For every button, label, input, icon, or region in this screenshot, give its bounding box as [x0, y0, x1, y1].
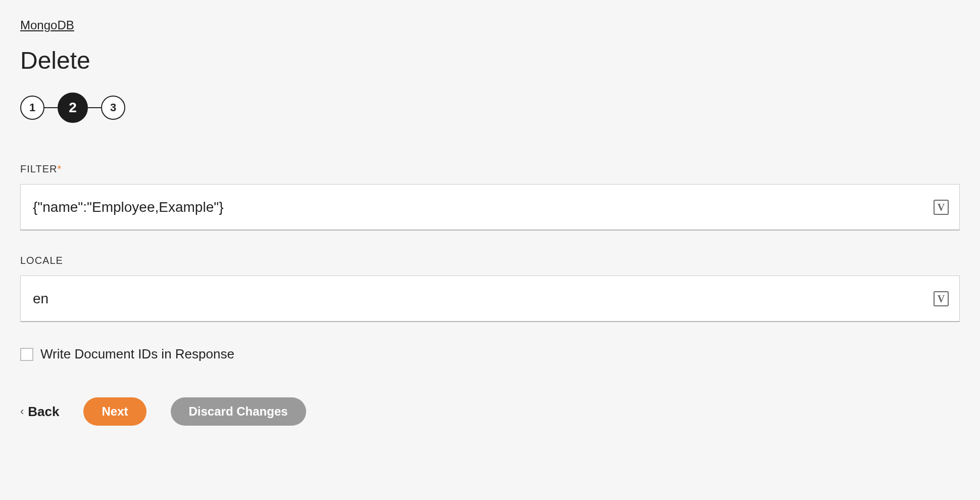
step-2[interactable]: 2	[58, 93, 88, 123]
next-button[interactable]: Next	[83, 397, 146, 426]
filter-label-text: FILTER	[20, 163, 57, 174]
step-3[interactable]: 3	[101, 96, 125, 120]
back-button[interactable]: ‹ Back	[20, 404, 59, 420]
filter-input[interactable]	[20, 184, 960, 231]
write-ids-checkbox[interactable]	[20, 348, 33, 361]
write-ids-label: Write Document IDs in Response	[40, 346, 234, 362]
required-star-icon: *	[57, 163, 62, 174]
locale-group: LOCALE V	[20, 255, 960, 322]
locale-input[interactable]	[20, 276, 960, 322]
variable-picker-icon[interactable]: V	[934, 291, 949, 306]
back-button-label: Back	[28, 404, 59, 420]
filter-group: FILTER* V	[20, 163, 960, 231]
button-row: ‹ Back Next Discard Changes	[20, 397, 960, 426]
page-title: Delete	[20, 47, 960, 74]
step-connector	[88, 107, 101, 108]
step-1[interactable]: 1	[20, 96, 44, 120]
locale-label: LOCALE	[20, 255, 960, 266]
breadcrumb-mongodb[interactable]: MongoDB	[20, 18, 74, 32]
write-ids-row: Write Document IDs in Response	[20, 346, 960, 362]
chevron-left-icon: ‹	[20, 405, 24, 418]
discard-changes-button[interactable]: Discard Changes	[171, 397, 306, 426]
wizard-stepper: 1 2 3	[20, 93, 960, 123]
step-connector	[44, 107, 58, 108]
filter-label: FILTER*	[20, 163, 960, 175]
variable-picker-icon[interactable]: V	[934, 200, 949, 215]
